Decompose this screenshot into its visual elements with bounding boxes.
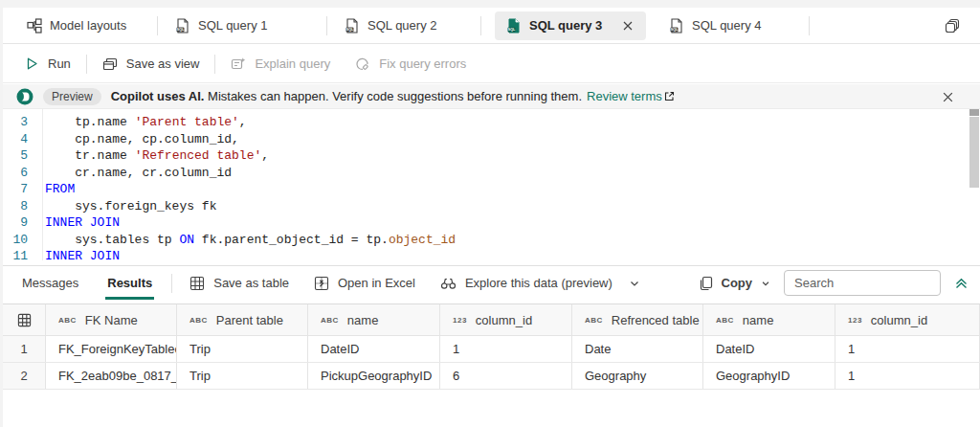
column-type-icon: ABC <box>189 316 208 325</box>
open-in-excel-button[interactable]: Open in Excel <box>314 276 415 291</box>
query-toolbar: Run Save as view Explain query Fix query… <box>3 45 980 83</box>
table-cell[interactable]: Geography <box>572 363 703 389</box>
table-cell[interactable]: FK_ForeignKeyTablec1 <box>46 336 177 362</box>
run-play-icon <box>25 56 39 71</box>
code-line[interactable]: 8 sys.foreign_keys fk <box>3 198 980 215</box>
code-text: INNER JOIN <box>45 214 120 232</box>
tab-sql-query-1[interactable]: SQL SQL query 1 <box>162 11 326 40</box>
tab-list-icon[interactable] <box>944 17 961 34</box>
chevron-down-icon <box>761 279 770 288</box>
table-cell[interactable]: Trip <box>177 363 308 389</box>
table-row[interactable]: 1FK_ForeignKeyTablec1TripDateID1DateDate… <box>3 336 980 363</box>
code-text: tr.name 'Refrenced table', <box>45 147 269 165</box>
column-type-icon: ABC <box>58 316 77 325</box>
fix-query-errors-label: Fix query errors <box>379 56 466 71</box>
code-line[interactable]: 11INNER JOIN <box>3 248 980 265</box>
table-cell[interactable]: DateID <box>308 336 440 362</box>
column-type-icon: ABC <box>716 316 734 325</box>
code-text: FROM <box>45 181 75 198</box>
column-header[interactable]: 123column_id <box>440 304 572 335</box>
line-number: 10 <box>3 232 28 249</box>
table-cell[interactable]: Trip <box>177 336 308 362</box>
sql-code-editor[interactable]: 3 tp.name 'Parent table',4 cp.name, cp.c… <box>3 109 980 265</box>
run-button[interactable]: Run <box>19 51 77 78</box>
column-header[interactable]: ABCFK Name <box>46 304 177 335</box>
column-type-icon: ABC <box>321 316 339 325</box>
table-grid-icon <box>189 276 205 291</box>
table-header-row: ABCFK NameABCParent tableABCname123colum… <box>3 304 980 336</box>
table-cell[interactable]: PickupGeographyID <box>308 363 440 389</box>
tab-results[interactable]: Results <box>105 266 154 300</box>
copy-icon <box>699 276 713 291</box>
column-header[interactable]: ABCParent table <box>177 304 308 335</box>
tab-sql-query-3-active[interactable]: SQL SQL query 3 <box>495 11 646 40</box>
table-cell[interactable]: 6 <box>440 363 572 389</box>
code-line[interactable]: 9INNER JOIN <box>3 214 980 232</box>
row-number-cell[interactable]: 1 <box>3 336 46 362</box>
table-select-all-icon <box>17 313 32 327</box>
column-type-icon: 123 <box>453 316 467 325</box>
svg-text:SQL: SQL <box>346 28 354 32</box>
copy-button[interactable]: Copy <box>699 276 771 291</box>
copilot-banner: Preview Copilot uses AI. Mistakes can ha… <box>3 84 980 109</box>
code-line[interactable]: 7FROM <box>3 181 980 198</box>
explain-query-button[interactable]: Explain query <box>225 51 336 78</box>
code-line[interactable]: 5 tr.name 'Refrenced table', <box>3 147 980 165</box>
editor-vertical-scrollbar[interactable] <box>969 109 980 265</box>
run-label: Run <box>48 56 71 71</box>
column-label: Refrenced table <box>612 313 700 327</box>
table-cell[interactable]: GeographyID <box>703 363 835 389</box>
tab-model-layouts[interactable]: Model layouts <box>13 11 157 40</box>
banner-close-icon[interactable] <box>938 87 957 106</box>
results-divider <box>171 274 172 293</box>
svg-text:SQL: SQL <box>671 28 679 32</box>
search-input[interactable] <box>784 270 941 296</box>
model-layouts-icon <box>27 18 42 34</box>
code-line[interactable]: 3 tp.name 'Parent table', <box>3 114 980 131</box>
row-number-cell[interactable]: 2 <box>3 363 46 389</box>
column-label: name <box>743 313 774 327</box>
scrollbar-shadow <box>969 109 979 116</box>
column-header[interactable]: ABCRefrenced table <box>572 304 703 335</box>
fix-query-errors-button[interactable]: Fix query errors <box>349 51 472 78</box>
table-cell[interactable]: DateID <box>703 336 835 362</box>
explore-data-button[interactable]: Explore this data (preview) <box>440 276 640 291</box>
table-row[interactable]: 2FK_2eab09be_0817_49...TripPickupGeograp… <box>3 363 980 390</box>
tab-sql-query-2[interactable]: SQL SQL query 2 <box>331 11 480 40</box>
sql-query-editor-app: Model layouts SQL SQL query 1 SQL SQL qu… <box>0 0 980 427</box>
column-header[interactable]: 123column_id <box>835 304 980 335</box>
tab-divider <box>480 16 481 35</box>
code-line[interactable]: 4 cp.name, cp.column_id, <box>3 131 980 148</box>
indent-guide <box>42 109 43 260</box>
tab-messages[interactable]: Messages <box>20 266 80 300</box>
column-label: column_id <box>476 313 532 327</box>
scrollbar-thumb[interactable] <box>969 117 979 188</box>
column-label: name <box>347 313 379 327</box>
review-terms-label: Review terms <box>587 89 662 103</box>
copy-label: Copy <box>722 276 753 290</box>
column-type-icon: ABC <box>585 316 603 325</box>
column-header[interactable]: ABCname <box>308 304 440 335</box>
explain-query-icon <box>231 56 246 72</box>
tab-divider <box>326 16 327 35</box>
close-tab-icon[interactable] <box>619 17 636 34</box>
table-cell[interactable]: 1 <box>835 336 980 362</box>
table-cell[interactable]: 1 <box>440 336 572 362</box>
collapse-panel-icon[interactable] <box>954 276 969 290</box>
tab-sql-query-4[interactable]: SQL SQL query 4 <box>656 11 809 40</box>
tab-label: SQL query 2 <box>368 18 437 33</box>
code-line[interactable]: 10 sys.tables tp ON fk.parent_object_id … <box>3 232 980 249</box>
copilot-icon <box>16 88 33 105</box>
code-text: sys.tables tp ON fk.parent_object_id = t… <box>45 232 456 249</box>
results-label: Results <box>107 276 152 290</box>
table-cell[interactable]: 1 <box>835 363 980 389</box>
select-all-cell[interactable] <box>3 304 46 335</box>
review-terms-link[interactable]: Review terms <box>587 89 675 103</box>
column-header[interactable]: ABCname <box>703 304 835 335</box>
code-line[interactable]: 6 cr.name, cr.column_id <box>3 165 980 182</box>
table-cell[interactable]: FK_2eab09be_0817_49... <box>46 363 177 389</box>
save-as-table-button[interactable]: Save as table <box>189 276 289 291</box>
table-cell[interactable]: Date <box>572 336 703 362</box>
save-as-view-button[interactable]: Save as view <box>97 51 206 78</box>
tab-divider <box>157 16 158 35</box>
